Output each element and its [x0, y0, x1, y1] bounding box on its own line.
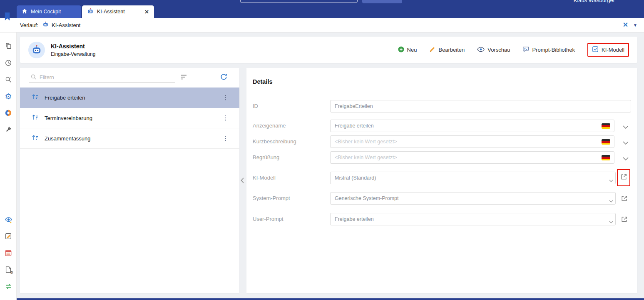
robot-avatar-icon — [28, 42, 45, 58]
chevron-down-icon[interactable] — [623, 155, 629, 162]
external-link-icon[interactable] — [620, 173, 627, 182]
kurzbeschreibung-input[interactable] — [330, 135, 614, 148]
close-history-icon[interactable]: ✕ — [623, 22, 628, 28]
prompt-library-icon — [522, 46, 529, 54]
header-actions: Neu Bearbeiten Vorschau Prompt-Bibliothe… — [398, 43, 629, 57]
system-prompt-dropdown[interactable]: Generische System-Prompt — [330, 192, 616, 205]
apps-icon[interactable] — [4, 109, 12, 117]
tools-wrench-icon[interactable] — [4, 125, 12, 134]
list-item-label: Terminvereinbarung — [45, 115, 92, 121]
german-flag-icon — [602, 155, 610, 160]
external-link-icon[interactable] — [620, 195, 628, 202]
history-item-label: KI-Assistent — [52, 22, 80, 28]
filter-row — [20, 68, 239, 88]
ki-modell-button[interactable]: KI-Modell — [592, 46, 624, 54]
german-flag-icon — [602, 139, 610, 145]
page-subtitle: Eingabe-Verwaltung — [51, 51, 95, 57]
field-row-anzeigename: Anzeigename — [253, 120, 631, 132]
page-header: KI-Assistent Eingabe-Verwaltung Neu Bear… — [20, 37, 637, 63]
top-navigation-bar: Klaus Wasburger Mein Cockpit KI-Assisten… — [0, 0, 644, 18]
tab-label: Mein Cockpit — [31, 9, 61, 15]
user-prompt-dropdown[interactable]: Freigabe erteilen — [330, 213, 616, 225]
list-item-label: Zusammenfassung — [45, 135, 91, 142]
home-icon — [22, 8, 27, 15]
history-icon[interactable] — [4, 59, 12, 67]
chevron-down-icon[interactable]: ▼ — [633, 23, 637, 28]
chevron-down-icon[interactable] — [623, 123, 629, 130]
left-icon-sidebar: ⚙ ⚙ — [0, 18, 17, 300]
ki-modell-open-annotation — [617, 169, 630, 186]
ki-model-icon — [592, 46, 599, 54]
prompt-bibliothek-button[interactable]: Prompt-Bibliothek — [522, 46, 575, 54]
chevron-down-icon[interactable] — [609, 197, 613, 204]
plus-icon — [398, 46, 404, 54]
history-item-ki-assistent[interactable]: KI-Assistent — [42, 21, 80, 29]
pencil-icon — [429, 46, 435, 54]
bearbeiten-button[interactable]: Bearbeiten — [429, 46, 465, 54]
filter-search-icon — [31, 74, 36, 81]
assistant-list-panel: Freigabe erteilen ⋮ Terminvereinbarung ⋮… — [20, 68, 239, 293]
details-title: Details — [253, 78, 273, 85]
search-edit-icon[interactable] — [4, 75, 12, 84]
chevron-down-icon[interactable] — [623, 139, 629, 146]
publish-icon — [31, 133, 39, 143]
refresh-icon[interactable] — [220, 73, 228, 82]
note-edit-icon[interactable] — [4, 232, 12, 240]
list-item[interactable]: Freigabe erteilen ⋮ — [20, 88, 239, 108]
bottom-border — [0, 298, 644, 300]
anzeigename-input[interactable] — [330, 120, 614, 132]
field-row-id: ID — [253, 100, 631, 112]
doc-gear-icon[interactable]: ⚙ — [4, 265, 12, 274]
history-label: Verlauf: — [20, 22, 38, 28]
tab-strip: Mein Cockpit KI-Assistent ✕ — [17, 5, 155, 18]
kebab-menu-icon[interactable]: ⋮ — [222, 114, 229, 122]
sort-icon[interactable] — [181, 74, 187, 82]
vorschau-button[interactable]: Vorschau — [477, 47, 510, 53]
neu-button[interactable]: Neu — [398, 46, 417, 54]
ki-modell-annotation: KI-Modell — [587, 43, 629, 57]
begruessung-input[interactable] — [330, 151, 614, 164]
copy-icon[interactable] — [4, 42, 12, 50]
robot-icon — [42, 21, 49, 29]
close-tab-icon[interactable]: ✕ — [144, 9, 149, 15]
topbar-button-partial[interactable] — [362, 0, 402, 3]
publish-icon — [31, 92, 39, 102]
user-menu[interactable]: Klaus Wasburger — [574, 0, 615, 3]
id-input[interactable] — [330, 100, 631, 112]
details-panel: Details ID Anzeigename Kurzbeschreibung — [246, 68, 637, 293]
field-row-begruessung: Begrüßung — [253, 151, 631, 164]
page-title: KI-Assistent — [51, 43, 95, 50]
kebab-menu-icon[interactable]: ⋮ — [222, 94, 229, 101]
german-flag-icon — [602, 123, 610, 129]
calendar-icon[interactable] — [4, 249, 12, 257]
external-link-icon[interactable] — [620, 215, 628, 223]
tab-ki-assistent[interactable]: KI-Assistent ✕ — [82, 5, 154, 18]
field-row-system-prompt: System-Prompt Generische System-Prompt — [253, 192, 631, 205]
tab-label: KI-Assistent — [97, 9, 125, 15]
eye-star-icon[interactable] — [4, 215, 12, 224]
ki-modell-dropdown[interactable]: Mistral (Standard) — [330, 172, 616, 184]
publish-icon — [31, 113, 39, 123]
tab-mein-cockpit[interactable]: Mein Cockpit — [17, 5, 81, 18]
robot-icon — [87, 8, 94, 16]
list-item[interactable]: Terminvereinbarung ⋮ — [20, 108, 239, 128]
sync-icon[interactable] — [4, 282, 12, 290]
settings-gear-icon[interactable]: ⚙ — [4, 92, 12, 100]
chevron-down-icon[interactable] — [609, 218, 613, 225]
list-item[interactable]: Zusammenfassung ⋮ — [20, 128, 239, 149]
field-row-ki-modell: KI-Modell Mistral (Standard) — [253, 172, 631, 184]
collapse-panel-handle[interactable] — [239, 176, 245, 185]
eye-icon — [477, 47, 485, 53]
kebab-menu-icon[interactable]: ⋮ — [222, 135, 229, 142]
filter-input[interactable] — [40, 75, 175, 80]
field-row-kurzbeschreibung: Kurzbeschreibung — [253, 135, 631, 148]
chevron-down-icon[interactable] — [609, 176, 613, 184]
field-row-user-prompt: User-Prompt Freigabe erteilen — [253, 213, 631, 225]
bookmark-icon[interactable] — [4, 12, 11, 22]
list-item-label: Freigabe erteilen — [45, 95, 85, 101]
history-bar: Verlauf: KI-Assistent ✕ ▼ — [0, 18, 644, 32]
global-search-input[interactable] — [240, 0, 358, 3]
